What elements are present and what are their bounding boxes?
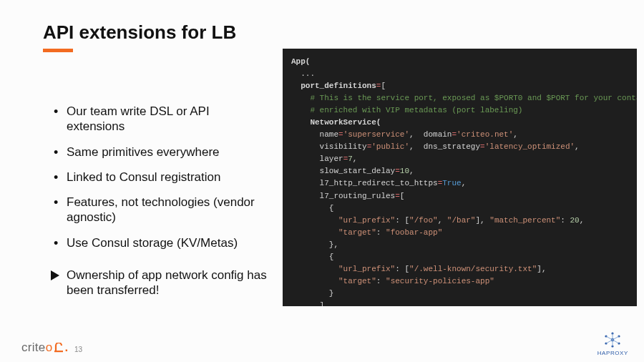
code-token: =: [395, 192, 400, 200]
code-token: name: [291, 130, 338, 139]
code-token: : [: [395, 265, 409, 273]
code-token: 'public': [371, 142, 409, 151]
page-number: 13: [74, 346, 82, 353]
code-token: 7: [348, 155, 353, 163]
code-token: : [: [395, 216, 409, 225]
code-token: ],: [537, 265, 546, 273]
code-token: "foobar-app": [386, 228, 442, 237]
code-token: ,: [575, 142, 580, 151]
code-token: =: [338, 130, 343, 139]
bullet-item: Same primitives everywhere: [54, 145, 268, 160]
code-token: "/bar": [447, 216, 476, 225]
code-token: slow_start_delay: [291, 167, 395, 175]
svg-line-11: [613, 336, 619, 340]
code-token: 'superservice': [343, 130, 409, 139]
criteo-logo-mark: [54, 343, 64, 353]
haproxy-logo-text: HAPROXY: [597, 350, 628, 356]
code-token: NetworkService(: [291, 118, 381, 127]
bullet-list: Our team write DSL or API extensionsSame…: [54, 104, 268, 308]
code-token: visibility: [291, 142, 367, 151]
code-token: ...: [291, 69, 315, 78]
code-token: layer: [291, 155, 343, 163]
code-token: 10: [400, 167, 409, 175]
svg-line-13: [613, 340, 619, 343]
page-title: API extensions for LB: [43, 21, 236, 44]
code-token: True: [442, 179, 461, 187]
code-token: {: [291, 253, 333, 261]
code-token: "url_prefix": [291, 265, 395, 273]
code-token: ,: [409, 167, 414, 175]
criteo-logo-text1: crite: [21, 341, 46, 354]
code-token: "match_percent": [489, 216, 560, 225]
code-token: ],: [475, 216, 489, 225]
code-token: App(: [291, 57, 310, 66]
svg-line-10: [606, 336, 613, 340]
haproxy-logo-icon: [603, 331, 622, 348]
code-token: [: [400, 192, 405, 200]
bullet-item: Features, not technologies (vendor agnos…: [54, 195, 268, 225]
code-token: "url_prefix": [291, 216, 395, 225]
code-token: , dns_strategy: [409, 142, 480, 151]
code-token: "security-policies-app": [386, 277, 494, 285]
code-token: {: [291, 204, 333, 212]
slide-root: API extensions for LB Our team write DSL…: [0, 0, 644, 362]
code-token: "target": [291, 277, 376, 285]
code-token: "/.well-known/security.txt": [409, 265, 537, 273]
code-token: l7_routing_rules: [291, 192, 395, 200]
code-panel: App( ... port_definitions=[ # This is th…: [283, 49, 637, 306]
svg-line-12: [606, 340, 613, 343]
code-token: :: [560, 216, 570, 225]
bullet-item: Our team write DSL or API extensions: [54, 104, 268, 134]
code-token: ]: [291, 301, 324, 306]
code-token: # enriched with VIP metadatas (port labe…: [291, 106, 522, 114]
criteo-logo-o: o: [46, 341, 53, 354]
code-token: =: [480, 142, 485, 151]
code-token: l7_http_redirect_to_https: [291, 179, 438, 187]
code-token: "/foo": [409, 216, 438, 225]
code-token: :: [376, 228, 386, 237]
code-token: , domain: [409, 130, 452, 139]
code-token: ,: [353, 155, 358, 163]
code-token: ,: [438, 216, 447, 225]
code-token: # This is the service port, exposed as $…: [291, 94, 637, 102]
code-token: ,: [580, 216, 585, 225]
code-token: },: [291, 240, 338, 249]
code-token: [: [381, 82, 386, 90]
code-token: ,: [513, 130, 518, 139]
criteo-logo-dot: .: [64, 341, 68, 354]
bullet-item: Linked to Consul registration: [54, 170, 268, 185]
accent-bar: [43, 49, 73, 52]
svg-rect-0: [54, 351, 63, 352]
code-token: :: [376, 277, 386, 285]
bullet-item: Use Consul storage (KV/Metas): [54, 235, 268, 250]
code-token: 'latency_optimized': [485, 142, 575, 151]
code-token: ,: [462, 179, 467, 187]
code-token: 'criteo.net': [457, 130, 513, 139]
code-token: }: [291, 289, 333, 298]
code-token: 20: [570, 216, 580, 225]
haproxy-logo: HAPROXY: [597, 331, 628, 356]
code-token: =: [395, 167, 400, 175]
code-token: "target": [291, 228, 376, 237]
bullet-item: Ownership of app network config has been…: [54, 268, 268, 298]
criteo-logo: criteo.: [21, 341, 68, 355]
code-token: port_definitions: [291, 82, 376, 90]
